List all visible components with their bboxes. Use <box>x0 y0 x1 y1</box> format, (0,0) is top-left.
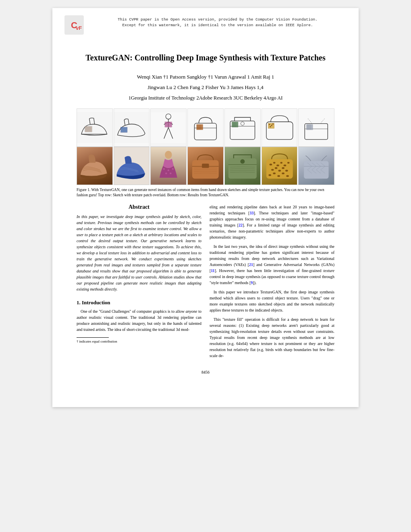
sketch-bag2 <box>224 108 261 147</box>
svg-point-56 <box>271 125 272 126</box>
svg-point-74 <box>170 172 172 174</box>
two-column-layout: Abstract In this paper, we investigate d… <box>77 204 334 362</box>
authors-line1: Wenqi Xian †1 Patsorn Sangkloy †1 Varun … <box>77 72 334 82</box>
sketch-shoe1 <box>77 108 113 147</box>
svg-point-90 <box>278 170 281 171</box>
svg-point-70 <box>163 168 165 170</box>
svg-point-93 <box>268 174 271 176</box>
svg-point-94 <box>273 172 276 174</box>
left-column: Abstract In this paper, we investigate d… <box>77 204 201 362</box>
sketch-bag3 <box>262 108 298 147</box>
right-para4: This "texture fill" operation is difficu… <box>210 316 334 359</box>
abstract-title: Abstract <box>77 204 201 210</box>
svg-point-85 <box>280 162 282 164</box>
svg-point-95 <box>277 175 280 177</box>
paper-title: TextureGAN: Controlling Deep Image Synth… <box>77 52 334 63</box>
figure-caption: Figure 1. With TextureGAN, one can gener… <box>77 187 334 198</box>
banner-text: This CVPR paper is the Open Access versi… <box>89 15 347 29</box>
svg-point-92 <box>285 170 288 171</box>
cvf-logo: C vF <box>64 15 84 35</box>
intro-title: 1. Introduction <box>77 299 201 306</box>
svg-rect-12 <box>114 112 149 143</box>
svg-point-89 <box>274 167 277 169</box>
svg-point-82 <box>269 164 272 165</box>
photo-bag2 <box>224 147 261 185</box>
svg-text:vF: vF <box>76 25 82 31</box>
svg-rect-52 <box>262 112 297 143</box>
sketch-bag4 <box>298 108 334 147</box>
svg-point-96 <box>282 172 284 174</box>
svg-point-71 <box>168 169 169 171</box>
footnote-divider <box>77 337 109 338</box>
right-para3: In this paper we introduce TextureGAN, t… <box>210 289 334 313</box>
sketch-figure <box>150 108 187 147</box>
svg-point-88 <box>271 169 274 170</box>
page-number: 8456 <box>77 370 334 374</box>
intro-para1: One of the "Grand Challenges" of compute… <box>77 308 201 332</box>
right-para1: eling and rendering pipeline dates back … <box>210 204 334 240</box>
svg-point-97 <box>286 175 289 177</box>
svg-point-57 <box>270 126 271 127</box>
abstract-text: In this paper, we investigate deep image… <box>77 214 201 292</box>
figure-container: Figure 1. With TextureGAN, one can gener… <box>77 108 334 198</box>
svg-point-84 <box>276 164 279 166</box>
photo-bag4 <box>298 147 334 185</box>
photo-shoe2 <box>114 147 150 185</box>
authors-block: Wenqi Xian †1 Patsorn Sangkloy †1 Varun … <box>77 72 334 93</box>
svg-rect-31 <box>188 112 223 143</box>
svg-point-87 <box>287 162 289 164</box>
authors-line2: Jingwan Lu 2 Chen Fang 2 Fisher Yu 3 Jam… <box>77 82 334 93</box>
sketch-shoe2 <box>114 108 150 147</box>
photo-bag1 <box>187 147 224 185</box>
svg-rect-77 <box>202 164 209 168</box>
svg-point-73 <box>166 172 167 174</box>
right-column: eling and rendering pipeline dates back … <box>210 204 334 362</box>
figure-bottom-row <box>77 147 334 185</box>
svg-rect-4 <box>85 126 92 132</box>
svg-point-80 <box>240 159 245 164</box>
photo-person <box>150 147 187 185</box>
main-content: TextureGAN: Controlling Deep Image Synth… <box>77 52 334 374</box>
right-para2: In the last two years, the idea of direc… <box>210 243 334 286</box>
affiliations: 1Georgia Institute of Technology 2Adobe … <box>77 95 334 101</box>
figure-top-row <box>77 108 334 147</box>
svg-rect-59 <box>299 112 334 143</box>
footnote-text: † indicates equal contribution <box>77 339 201 343</box>
photo-bag3 <box>262 147 298 185</box>
paper-page: C vF This CVPR paper is the Open Access … <box>52 8 359 407</box>
svg-point-55 <box>269 124 270 125</box>
svg-point-83 <box>273 162 275 164</box>
header-banner: C vF This CVPR paper is the Open Access … <box>52 15 359 35</box>
svg-point-58 <box>272 123 273 125</box>
svg-rect-3 <box>77 112 112 143</box>
photo-shoe1 <box>77 147 113 185</box>
sketch-bag1 <box>187 108 224 147</box>
svg-point-72 <box>172 168 174 170</box>
svg-point-91 <box>282 167 284 169</box>
svg-point-69 <box>165 151 172 159</box>
svg-point-86 <box>283 164 286 166</box>
